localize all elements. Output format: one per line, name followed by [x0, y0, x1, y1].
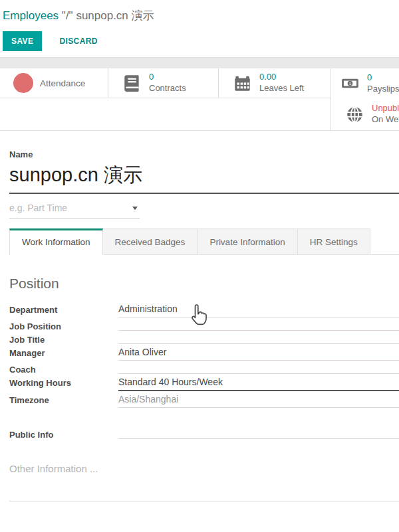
timezone-value[interactable]: Asia/Shanghai [118, 392, 399, 408]
leaves-label: Leaves Left [259, 83, 304, 94]
attendance-status-icon [13, 73, 33, 93]
work-information-panel: Position Department Administration Job P… [9, 255, 399, 501]
notebook-tabs: Work Information Received Badges Private… [9, 228, 399, 255]
tab-received-badges[interactable]: Received Badges [103, 228, 198, 255]
working-hours-label: Working Hours [9, 375, 118, 388]
job-title-value[interactable] [118, 331, 399, 344]
department-value[interactable]: Administration [118, 302, 399, 317]
book-icon [123, 74, 141, 92]
field-row-public-info: Public Info [9, 426, 399, 440]
payslips-label: Payslips [367, 84, 399, 95]
calendar-icon [233, 74, 251, 92]
leaves-count: 0.00 [259, 72, 304, 83]
public-info-label: Public Info [9, 426, 118, 440]
chevron-down-icon[interactable] [132, 207, 138, 210]
position-section-title: Position [9, 276, 399, 292]
coach-value[interactable] [118, 361, 399, 374]
field-row-department: Department Administration [9, 302, 399, 318]
field-row-job-title: Job Title [9, 331, 399, 345]
job-position-label: Job Position [9, 318, 118, 331]
banknote-icon: 1 [341, 74, 359, 92]
statusbar-band [0, 57, 399, 68]
field-row-manager: Manager Anita Oliver [9, 345, 399, 361]
attendance-button[interactable]: Attendance [0, 68, 108, 98]
breadcrumb-employees-link[interactable]: Employees [3, 9, 59, 22]
name-input[interactable] [9, 159, 399, 194]
breadcrumb: Employees "/" sunpop.cn 演示 [3, 8, 399, 23]
contracts-label: Contracts [149, 83, 186, 94]
leaves-button[interactable]: 0.00 Leaves Left [219, 68, 331, 98]
stat-box-spacer [0, 98, 331, 130]
toolbar: SAVE DISCARD [3, 31, 399, 51]
payslips-count: 0 [367, 72, 399, 84]
tab-work-information[interactable]: Work Information [9, 228, 103, 255]
manager-label: Manager [9, 345, 118, 358]
job-position-value[interactable] [118, 318, 399, 331]
working-hours-value[interactable]: Standard 40 Hours/Week [118, 375, 399, 391]
contracts-button[interactable]: 0 Contracts [108, 68, 219, 98]
job-title-label: Job Title [9, 331, 118, 345]
field-row-coach: Coach [9, 361, 399, 375]
employee-form-sheet: Name Work Information Received Badges Pr… [0, 149, 399, 501]
tab-private-information[interactable]: Private Information [198, 228, 297, 255]
public-info-value[interactable] [118, 426, 399, 439]
timezone-label: Timezone [9, 392, 118, 405]
control-panel: Employees "/" sunpop.cn 演示 SAVE DISCARD [0, 0, 399, 51]
discard-button[interactable]: DISCARD [50, 31, 106, 51]
stat-button-box: Attendance 0 Contracts 0.00 Leaves Left [0, 68, 399, 131]
attendance-label: Attendance [40, 78, 85, 88]
website-publish-button[interactable]: Unpublished On Website [331, 98, 399, 130]
job-position-tag-field [9, 199, 140, 219]
manager-value[interactable]: Anita Oliver [118, 345, 399, 361]
contracts-count: 0 [149, 72, 186, 83]
website-publish-status: Unpublished [372, 103, 399, 114]
department-label: Department [9, 302, 118, 315]
field-row-working-hours: Working Hours Standard 40 Hours/Week [9, 375, 399, 392]
job-position-tag-input[interactable] [9, 199, 128, 218]
name-label: Name [9, 149, 399, 159]
tab-hr-settings[interactable]: HR Settings [298, 228, 370, 255]
field-row-job-position: Job Position [9, 318, 399, 331]
svg-text:1: 1 [349, 81, 352, 86]
breadcrumb-separator: "/" [62, 9, 73, 22]
website-publish-label: On Website [372, 114, 399, 126]
globe-icon [346, 106, 364, 124]
save-button[interactable]: SAVE [3, 31, 42, 51]
coach-label: Coach [9, 361, 118, 375]
field-row-timezone: Timezone Asia/Shanghai [9, 392, 399, 408]
other-information-textarea[interactable]: Other Information ... [9, 455, 399, 501]
breadcrumb-current: sunpop.cn 演示 [76, 9, 154, 22]
payslips-button[interactable]: 1 0 Payslips [331, 68, 399, 98]
